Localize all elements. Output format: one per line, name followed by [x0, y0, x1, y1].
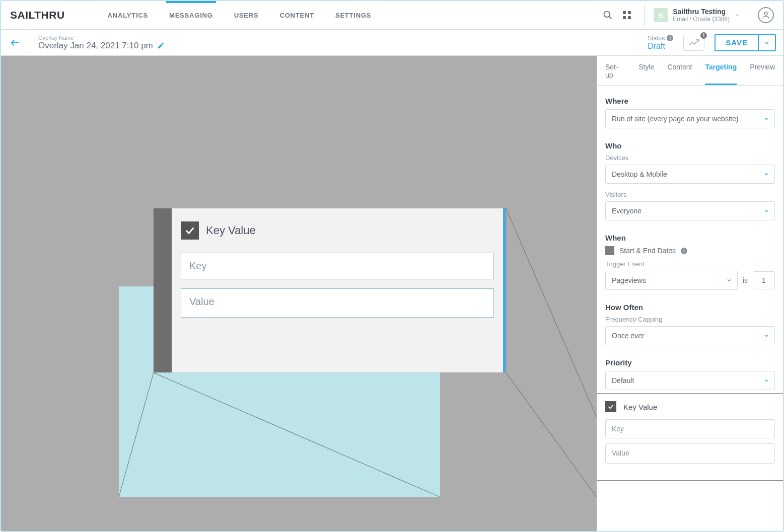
- priority-select[interactable]: Default: [605, 371, 775, 390]
- key-value-checkbox[interactable]: [605, 401, 616, 412]
- priority-title: Priority: [605, 358, 775, 367]
- account-plan: Email / Onsite (3386): [673, 16, 730, 23]
- tab-targeting[interactable]: Targeting: [705, 63, 737, 85]
- canvas-area: Key Value: [1, 56, 597, 531]
- panel-key-input[interactable]: [605, 419, 775, 438]
- key-value-title: Key Value: [206, 224, 256, 237]
- overlay-name-value: Overlay Jan 24, 2021 7:10 pm: [38, 41, 153, 51]
- status-value: Draft: [648, 42, 673, 51]
- main-nav: ANALYTICS MESSAGING USERS CONTENT SETTIN…: [108, 12, 372, 19]
- nav-analytics[interactable]: ANALYTICS: [108, 12, 148, 19]
- main: Key Value Set-up Style Content Targeting…: [1, 56, 783, 531]
- who-title: Who: [605, 141, 775, 150]
- info-icon: i: [667, 35, 673, 41]
- nav-messaging[interactable]: MESSAGING: [169, 12, 213, 19]
- nav-content[interactable]: CONTENT: [279, 12, 314, 19]
- tab-preview[interactable]: Preview: [750, 63, 775, 85]
- section-key-value: Key Value: [597, 395, 783, 479]
- nav-users[interactable]: USERS: [234, 12, 259, 19]
- header-right: S Sailthru Testing Email / Onsite (3386): [603, 5, 774, 26]
- chevron-down-icon: [763, 377, 769, 384]
- sub-header-right: Statusi Draft i SAVE: [648, 34, 783, 51]
- popup-right-stripe: [503, 208, 506, 372]
- popup-left-stripe: [154, 208, 172, 372]
- status-label: Statusi: [648, 35, 673, 42]
- where-title: Where: [605, 97, 775, 105]
- how-often-title: How Often: [605, 303, 775, 312]
- freq-label: Frequency Capping: [605, 316, 775, 323]
- key-input[interactable]: [181, 253, 494, 279]
- analytics-icon[interactable]: i: [683, 35, 704, 51]
- freq-select[interactable]: Once ever: [605, 326, 775, 345]
- trigger-select[interactable]: Pageviews: [605, 271, 738, 290]
- panel-value-textarea[interactable]: [605, 443, 775, 464]
- devices-label: Devices: [605, 154, 775, 162]
- chevron-down-icon: [763, 171, 769, 177]
- key-value-title: Key Value: [623, 403, 657, 411]
- chevron-down-icon: [735, 13, 740, 18]
- visitors-select[interactable]: Everyone: [605, 201, 775, 220]
- section-priority: Priority Default: [597, 347, 783, 392]
- chevron-down-icon: [726, 277, 732, 283]
- where-select[interactable]: Run of site (every page on your website): [605, 109, 775, 128]
- save-dropdown-button[interactable]: [759, 34, 776, 51]
- callout-line: [506, 208, 597, 417]
- account-text: Sailthru Testing Email / Onsite (3386): [673, 8, 730, 23]
- tab-content[interactable]: Content: [667, 63, 692, 85]
- when-title: When: [605, 234, 775, 242]
- svg-point-0: [604, 12, 610, 18]
- info-icon: i: [700, 32, 707, 39]
- callout-line: [506, 372, 597, 497]
- visitors-label: Visitors: [605, 191, 775, 198]
- save-button[interactable]: SAVE: [715, 34, 759, 51]
- info-icon: i: [681, 248, 687, 254]
- section-when: When Start & End Dates i Trigger Event P…: [597, 222, 783, 292]
- tab-style[interactable]: Style: [638, 63, 654, 85]
- chevron-down-icon: [763, 333, 769, 339]
- side-panel: Set-up Style Content Targeting Preview W…: [597, 56, 783, 531]
- start-end-dates-label: Start & End Dates: [619, 247, 676, 255]
- account-name: Sailthru Testing: [673, 8, 730, 16]
- value-textarea[interactable]: [181, 288, 494, 318]
- edit-icon[interactable]: [157, 42, 165, 49]
- tab-setup[interactable]: Set-up: [605, 63, 625, 85]
- status-block: Statusi Draft: [648, 35, 673, 51]
- back-button[interactable]: [1, 30, 29, 55]
- overlay-name-label: Overlay Name: [38, 35, 165, 41]
- nav-settings[interactable]: SETTINGS: [335, 12, 371, 19]
- profile-icon[interactable]: [758, 7, 774, 23]
- save-button-group: SAVE: [715, 34, 776, 51]
- account-switcher[interactable]: S Sailthru Testing Email / Onsite (3386): [644, 5, 747, 26]
- panel-tabs: Set-up Style Content Targeting Preview: [597, 56, 783, 86]
- account-avatar: S: [654, 8, 668, 22]
- sub-header: Overlay Name Overlay Jan 24, 2021 7:10 p…: [1, 30, 783, 56]
- checkbox-icon[interactable]: [181, 221, 199, 240]
- brand-logo: SAILTHRU: [10, 9, 65, 21]
- devices-select[interactable]: Desktop & Mobile: [605, 165, 775, 184]
- trigger-label: Trigger Event: [605, 260, 775, 268]
- svg-point-2: [764, 12, 767, 15]
- is-label: is: [743, 276, 748, 284]
- overlay-name-block: Overlay Name Overlay Jan 24, 2021 7:10 p…: [29, 33, 174, 53]
- app-header: SAILTHRU ANALYTICS MESSAGING USERS CONTE…: [1, 1, 783, 30]
- search-icon[interactable]: [603, 10, 613, 20]
- zoomed-key-value-popup: Key Value: [154, 208, 506, 372]
- section-how-often: How Often Frequency Capping Once ever: [597, 292, 783, 347]
- svg-line-1: [609, 17, 612, 19]
- chevron-down-icon: [763, 116, 769, 122]
- section-where: Where Run of site (every page on your we…: [597, 86, 783, 130]
- section-who: Who Devices Desktop & Mobile Visitors Ev…: [597, 130, 783, 222]
- chevron-down-icon: [763, 208, 769, 214]
- trigger-count-input[interactable]: [753, 271, 775, 289]
- apps-icon[interactable]: [622, 10, 632, 20]
- start-end-dates-checkbox[interactable]: [605, 246, 614, 255]
